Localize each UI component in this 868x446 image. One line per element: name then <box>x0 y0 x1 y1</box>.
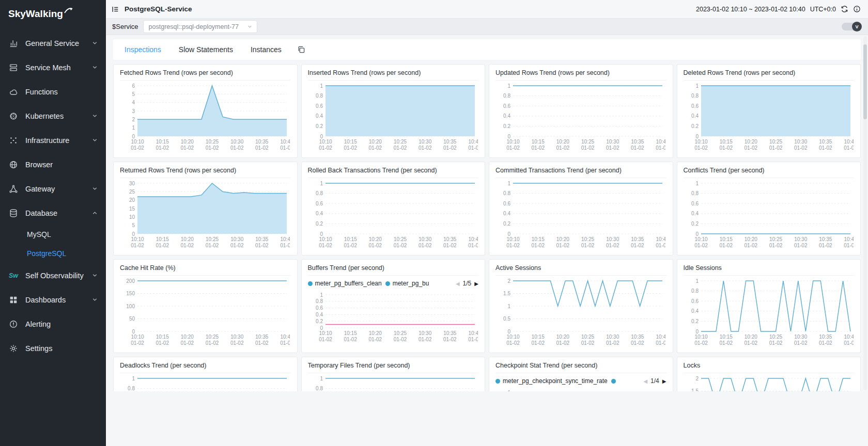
chart-legend: meter_pg_checkpoint_sync_time_rate◀1/4▶ <box>495 375 667 387</box>
chart-card-idle-sessions: Idle Sessions00.20.40.60.8110:1001-0210:… <box>677 259 861 353</box>
tab-inspections[interactable]: Inspections <box>125 45 161 54</box>
sidebar-item-service-mesh[interactable]: Service Mesh <box>0 55 106 79</box>
legend-next-icon[interactable]: ▶ <box>474 281 478 286</box>
service-select[interactable]: postgresql::psql-deployment-77 <box>143 20 257 33</box>
svg-text:0: 0 <box>695 134 699 139</box>
chart-card-buffers-trend-per-second: Buffers Trend (per second)meter_pg_buffe… <box>301 259 486 353</box>
app-logo[interactable]: SkyWalking <box>0 0 106 29</box>
svg-text:3: 3 <box>132 108 135 114</box>
sidebar-item-database[interactable]: Database <box>0 201 106 225</box>
svg-text:01-02: 01-02 <box>719 145 733 151</box>
svg-text:10:10: 10:10 <box>131 139 144 145</box>
svg-text:0.6: 0.6 <box>691 298 699 304</box>
svg-text:10:35: 10:35 <box>819 139 832 145</box>
svg-text:10:35: 10:35 <box>819 334 832 340</box>
tabs-bar: InspectionsSlow StatementsInstances <box>113 39 861 60</box>
app-root: SkyWalking General ServiceService MeshFu… <box>0 0 868 446</box>
chart-title: Updated Rows Trend (rows per second) <box>495 69 667 81</box>
svg-text:10:10: 10:10 <box>131 236 144 242</box>
sidebar-item-postgresql[interactable]: PostgreSQL <box>0 244 106 263</box>
svg-text:01-02: 01-02 <box>769 243 782 248</box>
info-icon[interactable] <box>853 5 861 13</box>
chart-card-checkpoint-stat-trend-per-second: Checkpoint Stat Trend (per second)meter_… <box>489 357 673 391</box>
legend-prev-icon[interactable]: ◀ <box>456 281 460 286</box>
chart-legend: meter_pg_buffers_cleanmeter_pg_bu◀1/5▶ <box>308 277 479 290</box>
legend-prev-icon[interactable]: ◀ <box>643 378 647 384</box>
svg-text:20: 20 <box>129 197 135 203</box>
kubernetes-icon <box>8 112 19 121</box>
svg-text:10:15: 10:15 <box>156 334 169 340</box>
sidebar-item-label: Self Observability <box>25 272 84 280</box>
svg-text:200: 200 <box>126 278 135 284</box>
legend-item[interactable]: meter_pg_buffers_clean <box>308 280 382 287</box>
sidebar-item-infrastructure[interactable]: Infrastructure <box>0 128 106 152</box>
collapse-sidebar-icon[interactable] <box>111 5 119 13</box>
sidebar-item-label: Service Mesh <box>25 63 71 72</box>
chart-title: Conflicts Trend (per second) <box>684 167 855 178</box>
svg-text:10:35: 10:35 <box>255 236 268 242</box>
tab-instances[interactable]: Instances <box>251 45 282 54</box>
legend-next-icon[interactable]: ▶ <box>662 378 667 384</box>
svg-text:01-02: 01-02 <box>230 243 244 248</box>
sidebar-item-self-observability[interactable]: SwSelf Observability <box>0 263 106 288</box>
alerting-icon <box>8 320 19 329</box>
chart-title: Deadlocks Trend (per second) <box>120 362 291 373</box>
chart-card-conflicts-trend-per-second: Conflicts Trend (per second)00.20.40.60.… <box>677 162 861 256</box>
logo-swoosh-icon <box>64 6 74 14</box>
svg-text:0: 0 <box>695 231 699 237</box>
sidebar-item-dashboards[interactable]: Dashboards <box>0 288 106 312</box>
svg-text:10:35: 10:35 <box>631 334 644 340</box>
chart-card-cache-hit-rate: Cache Hit Rate (%)05010015020010:1001-02… <box>113 259 298 353</box>
svg-text:10:30: 10:30 <box>606 236 619 242</box>
refresh-icon[interactable] <box>841 5 848 13</box>
chart-title: Deleted Rows Trend (rows per second) <box>684 69 855 81</box>
svg-text:10:15: 10:15 <box>719 334 732 340</box>
svg-text:10:30: 10:30 <box>230 334 243 340</box>
legend-page-indicator: 1/4 <box>650 377 659 385</box>
svg-text:01-02: 01-02 <box>443 243 457 248</box>
legend-item[interactable]: meter_pg_bu <box>385 280 429 287</box>
chart-plot: 00.20.40.60.8110:1001-0210:1501-0210:200… <box>495 83 665 153</box>
svg-text:0.8: 0.8 <box>691 93 699 99</box>
svg-text:10:30: 10:30 <box>230 139 243 145</box>
chart-title: Rolled Back Transactions Trend (per seco… <box>308 167 479 178</box>
svg-text:10:20: 10:20 <box>181 139 194 145</box>
sidebar-item-general-service[interactable]: General Service <box>0 31 106 55</box>
chart-card-inserted-rows-trend-rows-per-second: Inserted Rows Trend (rows per second)00.… <box>301 64 486 158</box>
chart-plot: 00.511.5210:1001-0210:1501-0210:2001-021… <box>684 375 854 391</box>
tab-slow-statements[interactable]: Slow Statements <box>179 45 233 54</box>
sidebar-item-functions[interactable]: Functions <box>0 79 106 104</box>
svg-text:10:35: 10:35 <box>443 236 456 242</box>
svg-text:10:40: 10:40 <box>844 236 854 242</box>
svg-text:10:40: 10:40 <box>280 139 290 145</box>
chart-title: Buffers Trend (per second) <box>308 264 479 276</box>
chart-card-updated-rows-trend-rows-per-second: Updated Rows Trend (rows per second)00.2… <box>489 64 673 158</box>
sidebar-item-mysql[interactable]: MySQL <box>0 225 106 244</box>
time-range[interactable]: 2023-01-02 10:10 ~ 2023-01-02 10:40 <box>696 6 805 13</box>
sidebar-item-browser[interactable]: Browser <box>0 152 106 177</box>
svg-text:10:10: 10:10 <box>694 236 707 242</box>
svg-text:0: 0 <box>320 231 323 237</box>
legend-item[interactable] <box>611 379 618 384</box>
svg-text:10:25: 10:25 <box>206 334 219 340</box>
chart-plot: 00.20.40.60.8110:1001-0210:1501-0210:200… <box>120 375 290 391</box>
scrollbar-thumb[interactable] <box>863 44 867 119</box>
sidebar-item-settings[interactable]: Settings <box>0 336 106 360</box>
legend-item[interactable]: meter_pg_checkpoint_sync_time_rate <box>495 377 608 385</box>
sidebar-item-kubernetes[interactable]: Kubernetes <box>0 104 106 128</box>
svg-text:10:10: 10:10 <box>131 334 144 340</box>
svg-text:10:10: 10:10 <box>319 330 332 336</box>
svg-text:0.6: 0.6 <box>316 103 323 109</box>
sidebar-item-label: Functions <box>25 88 58 96</box>
timezone[interactable]: UTC+0:0 <box>810 6 836 13</box>
svg-text:01-02: 01-02 <box>531 243 545 248</box>
copy-dashboard-icon[interactable] <box>297 45 305 54</box>
sidebar-item-gateway[interactable]: Gateway <box>0 177 106 201</box>
view-toggle[interactable]: V <box>842 23 861 30</box>
svg-text:01-02: 01-02 <box>418 337 431 342</box>
svg-text:10:35: 10:35 <box>819 236 832 242</box>
vertical-scrollbar[interactable] <box>863 36 867 390</box>
svg-text:10:10: 10:10 <box>694 139 707 145</box>
svg-text:01-02: 01-02 <box>794 243 807 248</box>
sidebar-item-alerting[interactable]: Alerting <box>0 312 106 336</box>
